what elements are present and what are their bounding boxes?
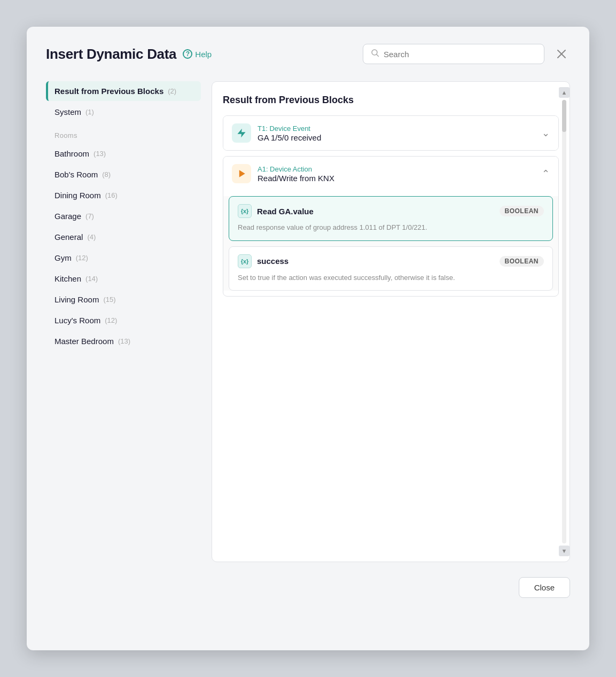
block-t1-sublabel: GA 1/5/0 received (258, 133, 321, 142)
sidebar-item-count: (14) (85, 275, 98, 283)
sidebar-item-general[interactable]: General (4) (46, 227, 201, 247)
help-icon: ? (183, 49, 192, 59)
scroll-track (562, 100, 566, 543)
block-t1-device-event: T1: Device Event GA 1/5/0 received ⌄ (223, 115, 559, 151)
data-item-read-ga-value-desc: Read response value of group address 1.0… (238, 222, 544, 233)
scrollbar: ▲ ▼ (562, 87, 566, 556)
sidebar-item-label: Garage (54, 212, 81, 221)
block-a1-header-left: A1: Device Action Read/Write from KNX (232, 164, 334, 183)
help-link[interactable]: ? Help (183, 49, 212, 59)
close-icon-button[interactable] (553, 45, 570, 63)
sidebar-item-kitchen[interactable]: Kitchen (14) (46, 269, 201, 289)
scroll-up-button[interactable]: ▲ (559, 87, 570, 98)
data-item-read-ga-value-name: Read GA.value (257, 207, 314, 216)
sidebar-item-label: System (54, 107, 81, 116)
block-t1-icon (232, 123, 251, 143)
section-title: Result from Previous Blocks (223, 95, 559, 106)
block-t1-labels: T1: Device Event GA 1/5/0 received (258, 124, 321, 142)
sidebar-item-count: (4) (87, 233, 96, 241)
sidebar-item-count: (1) (85, 108, 94, 116)
sidebar-item-label: Kitchen (54, 274, 81, 283)
main-content: Result from Previous Blocks T1: Device E… (212, 81, 570, 562)
sidebar-item-lucys-room[interactable]: Lucy's Room (12) (46, 310, 201, 330)
sidebar-item-label: Dining Room (54, 191, 101, 200)
modal-header: Insert Dynamic Data ? Help (46, 44, 570, 64)
block-a1-label: A1: Device Action (258, 165, 334, 173)
var-icon-read-ga-value: {x} (238, 204, 252, 218)
data-item-success-header: {x} success BOOLEAN (238, 254, 544, 268)
modal-footer: Close (46, 577, 570, 598)
rooms-section-label: Rooms (46, 123, 201, 144)
block-a1-device-action: A1: Device Action Read/Write from KNX ⌃ … (223, 156, 559, 297)
sidebar-item-label: Lucy's Room (54, 316, 100, 325)
search-box (363, 44, 544, 64)
data-item-read-ga-value-badge: BOOLEAN (500, 206, 544, 216)
block-t1-header[interactable]: T1: Device Event GA 1/5/0 received ⌄ (223, 116, 558, 150)
search-icon (371, 49, 379, 59)
sidebar-item-count: (13) (118, 337, 130, 345)
sidebar-item-label: Bob's Room (54, 170, 98, 179)
sidebar-item-count: (16) (105, 191, 118, 199)
sidebar-item-count: (12) (105, 316, 117, 324)
sidebar-item-bathroom[interactable]: Bathroom (13) (46, 144, 201, 164)
data-item-success[interactable]: {x} success BOOLEAN Set to true if the a… (229, 246, 553, 291)
block-a1-icon (232, 164, 251, 183)
svg-line-1 (377, 55, 379, 57)
sidebar-item-system[interactable]: System (1) (46, 102, 201, 122)
data-item-success-badge: BOOLEAN (500, 256, 544, 267)
sidebar-item-garage[interactable]: Garage (7) (46, 206, 201, 226)
sidebar-item-label: General (54, 232, 83, 242)
sidebar-item-master-bedroom[interactable]: Master Bedroom (13) (46, 331, 201, 351)
sidebar: Result from Previous Blocks (2) System (… (46, 81, 212, 562)
modal-title: Insert Dynamic Data (46, 46, 176, 63)
block-a1-labels: A1: Device Action Read/Write from KNX (258, 165, 334, 183)
block-a1-body: {x} Read GA.value BOOLEAN Read response … (223, 196, 558, 291)
modal-body: Result from Previous Blocks (2) System (… (46, 81, 570, 562)
sidebar-item-label: Living Room (54, 295, 99, 304)
block-a1-header[interactable]: A1: Device Action Read/Write from KNX ⌃ (223, 157, 558, 191)
data-item-read-ga-value-left: {x} Read GA.value (238, 204, 314, 218)
close-button[interactable]: Close (519, 577, 570, 598)
svg-marker-5 (239, 170, 245, 177)
data-item-read-ga-value-header: {x} Read GA.value BOOLEAN (238, 204, 544, 218)
sidebar-item-count: (8) (102, 170, 111, 178)
sidebar-item-result-from-previous-blocks[interactable]: Result from Previous Blocks (2) (46, 81, 201, 101)
search-input[interactable] (384, 50, 536, 59)
sidebar-item-dining-room[interactable]: Dining Room (16) (46, 185, 201, 205)
sidebar-item-count: (15) (103, 295, 115, 304)
help-label: Help (195, 50, 212, 59)
svg-marker-4 (238, 129, 246, 138)
sidebar-item-bobs-room[interactable]: Bob's Room (8) (46, 165, 201, 184)
data-item-success-desc: Set to true if the action was executed s… (238, 273, 544, 283)
sidebar-item-gym[interactable]: Gym (12) (46, 248, 201, 268)
data-item-success-left: {x} success (238, 254, 288, 268)
chevron-up-icon: ⌃ (542, 168, 550, 180)
sidebar-item-label: Result from Previous Blocks (54, 87, 163, 96)
var-icon-success: {x} (238, 254, 252, 268)
sidebar-item-count: (13) (93, 150, 106, 158)
scroll-thumb[interactable] (562, 100, 566, 132)
header-right (363, 44, 570, 64)
insert-dynamic-data-modal: Insert Dynamic Data ? Help (27, 27, 589, 650)
sidebar-item-label: Bathroom (54, 149, 89, 158)
sidebar-item-label: Master Bedroom (54, 337, 114, 346)
sidebar-item-count: (2) (168, 87, 176, 95)
data-item-success-name: success (257, 256, 288, 266)
scroll-down-button[interactable]: ▼ (559, 546, 570, 556)
chevron-down-icon: ⌄ (542, 127, 550, 139)
sidebar-item-count: (12) (76, 254, 88, 262)
block-t1-header-left: T1: Device Event GA 1/5/0 received (232, 123, 321, 143)
sidebar-item-count: (7) (85, 212, 94, 220)
sidebar-item-label: Gym (54, 253, 72, 262)
data-item-read-ga-value[interactable]: {x} Read GA.value BOOLEAN Read response … (229, 196, 553, 241)
modal-title-area: Insert Dynamic Data ? Help (46, 46, 212, 63)
sidebar-item-living-room[interactable]: Living Room (15) (46, 290, 201, 309)
block-t1-label: T1: Device Event (258, 124, 321, 133)
block-a1-sublabel: Read/Write from KNX (258, 174, 334, 183)
